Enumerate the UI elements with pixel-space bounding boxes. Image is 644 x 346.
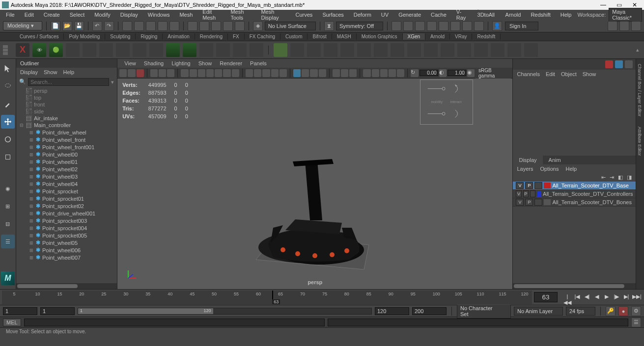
vp-safe-title-icon[interactable] xyxy=(232,69,239,77)
undo-icon[interactable]: ↶ xyxy=(92,21,102,31)
snap-point-icon[interactable] xyxy=(211,21,221,31)
vp-motion-blur-icon[interactable] xyxy=(333,69,340,77)
layer-move-up-icon[interactable]: ⇤ xyxy=(601,174,606,181)
character-set-dropdown[interactable]: No Character Set xyxy=(457,304,511,319)
close-button[interactable]: ✕ xyxy=(631,1,638,8)
layer-type-toggle[interactable] xyxy=(534,199,542,206)
tree-item[interactable]: 🎥front xyxy=(18,101,117,108)
expand-icon[interactable]: ⊞ xyxy=(29,145,34,150)
time-track[interactable]: 5101520253035404550556065707580859095100… xyxy=(2,291,532,304)
menu-curves[interactable]: Curves xyxy=(292,11,317,19)
vp-exposure-field[interactable] xyxy=(420,70,438,76)
vp-gamma-field[interactable] xyxy=(448,70,466,76)
range-start-inner[interactable] xyxy=(40,307,75,315)
xgen-brush-icon[interactable] xyxy=(324,43,337,57)
vp-gamma-reset-icon[interactable]: ◐ xyxy=(439,69,447,77)
xgen-tool-icon[interactable] xyxy=(166,43,180,57)
xgen-tool-icon[interactable] xyxy=(99,43,113,57)
layer-tab-anim[interactable]: Anim xyxy=(543,156,567,164)
xgen-brush-icon[interactable] xyxy=(340,43,354,57)
anim-layer-dropdown[interactable]: No Anim Layer xyxy=(514,307,563,316)
maximize-button[interactable]: ▭ xyxy=(616,1,622,8)
tree-item[interactable]: ⬚Air_intake xyxy=(18,115,117,122)
panel-layout-icon[interactable] xyxy=(474,21,484,31)
xgen-tool-icon[interactable] xyxy=(133,43,146,57)
xgen-tool-icon[interactable] xyxy=(83,43,96,57)
sel-mode-icon[interactable] xyxy=(146,21,156,31)
vp-safe-action-icon[interactable] xyxy=(223,69,230,77)
vp-view-transform-icon[interactable] xyxy=(380,69,388,77)
range-end-outer[interactable] xyxy=(412,307,447,315)
layer-type-toggle[interactable] xyxy=(534,182,542,189)
xgen-tool-icon[interactable] xyxy=(66,43,80,57)
toggle-attr-icon[interactable] xyxy=(619,21,629,31)
shelf-tab-rigging[interactable]: Rigging xyxy=(136,33,163,40)
toggle-tool-icon[interactable] xyxy=(631,21,641,31)
xgen-brush-icon[interactable] xyxy=(290,43,304,57)
soft-select-icon[interactable]: ◉ xyxy=(1,182,15,195)
range-start-outer[interactable] xyxy=(3,307,37,315)
xgen-brush-icon[interactable] xyxy=(474,43,488,57)
vp-xray-joints-icon[interactable] xyxy=(310,69,317,77)
xgen-brush-icon[interactable] xyxy=(441,43,454,57)
tree-item[interactable]: ⊟⬚Main_controller xyxy=(18,122,117,129)
expand-icon[interactable]: ⊞ xyxy=(29,226,34,231)
vp-exposure-reset-icon[interactable]: ↻ xyxy=(411,69,418,77)
vp-grease-icon[interactable] xyxy=(167,69,174,77)
vp-shadows-icon[interactable] xyxy=(280,69,287,77)
light-editor-icon[interactable] xyxy=(462,21,472,31)
collapse-icon[interactable]: ⊟ xyxy=(19,123,24,128)
snap-plane-icon[interactable] xyxy=(223,21,233,31)
layer-playback-toggle[interactable]: P xyxy=(525,199,533,206)
step-back-key-icon[interactable]: |◀ xyxy=(573,293,581,301)
vp-menu-shading[interactable]: Shading xyxy=(141,60,167,67)
vp-menu-lighting[interactable]: Lighting xyxy=(168,60,194,67)
expand-icon[interactable]: ⊞ xyxy=(29,182,34,186)
vp-gamma-icon[interactable] xyxy=(372,69,379,77)
tree-item[interactable]: ⊞✱Point_wheel00 xyxy=(18,151,117,158)
expand-icon[interactable]: ⊞ xyxy=(29,167,34,172)
tree-item[interactable]: ⊞✱Point_wheel04 xyxy=(18,180,117,187)
menu-edit-mesh[interactable]: Edit Mesh xyxy=(198,8,224,22)
expand-icon[interactable]: ⊞ xyxy=(29,240,34,245)
xgen-icon[interactable]: X xyxy=(16,43,29,57)
side-tab-attribute-editor[interactable]: Attribute Editor xyxy=(636,122,643,161)
snap-grid-icon[interactable] xyxy=(188,21,197,31)
vp-color-space[interactable]: sRGB gamma xyxy=(476,68,511,79)
save-scene-icon[interactable]: 💾 xyxy=(74,21,84,31)
layer-tab-display[interactable]: Display xyxy=(513,156,542,164)
menu-surfaces[interactable]: Surfaces xyxy=(318,11,347,19)
outliner-search-input[interactable] xyxy=(28,78,109,86)
shelf-tab-curves-surfaces[interactable]: Curves / Surfaces xyxy=(15,33,64,40)
symmetry-icon[interactable]: ⧗ xyxy=(324,21,334,31)
channel-menu-object[interactable]: Object xyxy=(561,71,577,77)
menu-redshift[interactable]: Redshift xyxy=(527,11,554,19)
vp-grid-icon[interactable] xyxy=(181,69,188,77)
tree-item[interactable]: 🎥persp xyxy=(18,87,117,94)
play-fwd-icon[interactable]: ▶ xyxy=(603,293,611,301)
layer-vis-toggle[interactable]: V xyxy=(516,199,524,206)
render-icon[interactable] xyxy=(403,21,413,31)
xgen-tool-icon[interactable] xyxy=(183,43,196,57)
layer-playback-toggle[interactable]: P xyxy=(525,182,533,189)
minimize-button[interactable]: — xyxy=(600,1,607,8)
shelf-tab-rendering[interactable]: Rendering xyxy=(195,33,228,40)
channel-menu-edit[interactable]: Edit xyxy=(546,71,555,77)
shelf-tab-fx[interactable]: FX xyxy=(228,33,245,40)
xgen-brush-icon[interactable] xyxy=(524,43,538,57)
vp-color-mgmt-icon[interactable]: ◉ xyxy=(467,69,475,77)
layer-move-down-icon[interactable]: ⇥ xyxy=(610,174,614,181)
tree-item[interactable]: ⊞✱Point_sprocket xyxy=(18,187,117,195)
menu-modify[interactable]: Modify xyxy=(90,11,114,19)
menu-cache[interactable]: Cache xyxy=(427,11,450,19)
channel-menu-channels[interactable]: Channels xyxy=(517,71,539,77)
channel-h-scrollbar[interactable] xyxy=(513,283,636,289)
sel-mode-icon[interactable] xyxy=(122,21,132,31)
xgen-brush-icon[interactable] xyxy=(491,43,504,57)
shelf-tab-poly-modeling[interactable]: Poly Modeling xyxy=(64,33,105,40)
command-input[interactable] xyxy=(24,319,325,326)
shelf-tab-sculpting[interactable]: Sculpting xyxy=(105,33,136,40)
account-icon[interactable]: 👤 xyxy=(492,21,502,31)
manipulator-icon[interactable] xyxy=(605,60,613,68)
snap-live-icon[interactable] xyxy=(235,21,245,31)
